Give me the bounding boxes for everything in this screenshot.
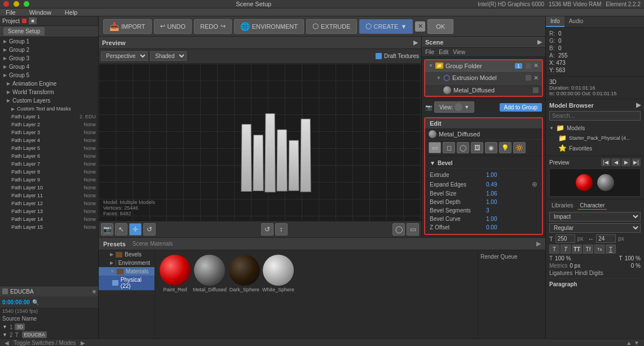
- draft-textures-toggle[interactable]: Draft Textures: [376, 53, 419, 59]
- tool-circle[interactable]: ◯: [457, 142, 469, 153]
- close-button[interactable]: ✕: [415, 21, 425, 32]
- nav-icon-left[interactable]: ◀: [5, 340, 9, 346]
- undo-button[interactable]: ↩ UNDO: [154, 19, 192, 34]
- custom-text-masks-item[interactable]: ▶ Custom Text and Masks: [0, 105, 98, 113]
- path-layer-5[interactable]: Path Layer 5 None: [0, 144, 98, 152]
- scene-setup-button[interactable]: Scene Setup: [3, 27, 45, 36]
- tool-round[interactable]: ◻: [443, 142, 455, 153]
- path-layer-12[interactable]: Path Layer 12 None: [0, 199, 98, 207]
- extrude-button[interactable]: ⬡ EXTRUDE: [306, 19, 357, 34]
- bevel-collapse-icon[interactable]: ▼: [430, 160, 435, 166]
- model-browser-search[interactable]: [549, 111, 641, 121]
- z-offset-value[interactable]: 0.00: [486, 224, 497, 230]
- camera-tool[interactable]: 📷: [101, 223, 113, 236]
- menu-help[interactable]: Help: [61, 9, 81, 16]
- select-tool[interactable]: ↖: [115, 223, 127, 236]
- group-close-btn[interactable]: ✕: [533, 62, 539, 69]
- favorites-item[interactable]: ⭐ Favorites: [549, 143, 641, 153]
- starter-pack-item[interactable]: 📁 Starter_Pack_Physical (4...: [549, 133, 641, 143]
- preset-bevels[interactable]: ▶ Bevels: [99, 250, 155, 259]
- group-1-item[interactable]: ▶ Group 1: [0, 37, 98, 46]
- tool-square[interactable]: ▭: [429, 142, 441, 153]
- prev-fwd-btn[interactable]: ▶|: [632, 158, 641, 166]
- drag-tool[interactable]: ↕: [275, 223, 288, 236]
- style-underline[interactable]: T: [606, 245, 616, 254]
- material-metal-diffused[interactable]: Metal_Diffused: [193, 255, 227, 292]
- path-layer-13[interactable]: Path Layer 13 None: [0, 207, 98, 215]
- bevel-size-value[interactable]: 1.06: [486, 190, 497, 197]
- path-layer-14[interactable]: Path Layer 14 None: [0, 215, 98, 223]
- bevel-curve-value[interactable]: 1.00: [486, 216, 497, 222]
- custom-layers-item[interactable]: ▶ Custom Layers: [0, 96, 98, 105]
- path-layer-1[interactable]: Path Layer 1 2. EDU: [0, 113, 98, 121]
- character-tab[interactable]: Character: [577, 202, 607, 210]
- tool-light[interactable]: 💡: [499, 142, 511, 153]
- menu-window[interactable]: Window: [26, 9, 55, 16]
- path-layer-15[interactable]: Path Layer 15 None: [0, 223, 98, 231]
- nav-icon-down[interactable]: ▼: [634, 340, 639, 346]
- environment-button[interactable]: 🌐 ENVIRONMENT: [234, 19, 304, 34]
- path-layer-7[interactable]: Path Layer 7 None: [0, 160, 98, 168]
- style-sup[interactable]: Ta: [594, 245, 605, 254]
- shading-select[interactable]: Shaded: [150, 51, 187, 61]
- extrusion-close-btn[interactable]: ✕: [533, 74, 539, 82]
- expand-edges-value[interactable]: 0.49: [486, 181, 497, 188]
- scene-view-menu[interactable]: View: [453, 49, 465, 55]
- style-t1[interactable]: T: [549, 245, 559, 254]
- circle-tool[interactable]: ◯: [392, 223, 405, 236]
- move-tool[interactable]: ✛: [129, 223, 142, 236]
- scene-expand-icon[interactable]: ▶: [537, 38, 542, 46]
- libraries-tab[interactable]: Libraries: [549, 202, 575, 210]
- preview-expand-icon[interactable]: ▶: [413, 39, 418, 46]
- tracking-input[interactable]: [596, 234, 616, 243]
- add-to-group-button[interactable]: Add to Group: [500, 103, 542, 112]
- reset-tool[interactable]: ↺: [261, 223, 274, 236]
- style-tt[interactable]: TT: [572, 245, 582, 254]
- tool-light2[interactable]: 🔆: [513, 142, 526, 153]
- font-select[interactable]: Impact: [549, 212, 641, 221]
- scene-file-menu[interactable]: File: [425, 49, 434, 55]
- scene-edit-menu[interactable]: Edit: [439, 49, 448, 55]
- audio-tab[interactable]: Audio: [564, 16, 588, 27]
- perspective-select[interactable]: Perspective: [101, 51, 148, 61]
- metal-diffused-item[interactable]: Metal_Diffused: [425, 84, 542, 96]
- redo-button[interactable]: REDO ↪: [194, 19, 232, 34]
- preset-physical[interactable]: Physical (22): [99, 276, 155, 290]
- preset-materials[interactable]: ▼ Materials: [99, 267, 155, 276]
- path-layer-10[interactable]: Path Layer 10 None: [0, 184, 98, 192]
- material-paint-red[interactable]: Paint_Red: [160, 255, 191, 292]
- path-layer-8[interactable]: Path Layer 8 None: [0, 168, 98, 176]
- ok-button[interactable]: OK: [427, 19, 453, 34]
- square-tool[interactable]: ▭: [407, 223, 419, 236]
- tool-image[interactable]: 🖼: [471, 142, 483, 153]
- style-tf[interactable]: Tf: [583, 245, 593, 254]
- create-button[interactable]: ⬡ CREATE ▼: [359, 19, 413, 34]
- group-4-item[interactable]: ▶ Group 4: [0, 63, 98, 71]
- path-layer-6[interactable]: Path Layer 6 None: [0, 152, 98, 160]
- material-white-sphere[interactable]: White_Sphere: [262, 255, 294, 292]
- nav-icon-up[interactable]: ▲: [626, 340, 632, 346]
- extrude-value[interactable]: 1.00: [486, 172, 497, 178]
- models-folder[interactable]: ▼ 📁 Models: [549, 123, 641, 133]
- path-layer-2[interactable]: Path Layer 2 None: [0, 121, 98, 128]
- rotate-tool[interactable]: ↺: [143, 223, 156, 236]
- move-handle-icon[interactable]: ⊕: [532, 180, 537, 188]
- bevel-depth-value[interactable]: 1.00: [486, 199, 497, 205]
- presets-expand-icon[interactable]: ▶: [536, 240, 541, 247]
- scene-group-folder[interactable]: ▼ 📁 Group Folder 1 ✕ ▼ ⬡: [424, 59, 543, 97]
- timeline-menu-icon[interactable]: ≡: [92, 289, 96, 295]
- extrusion-model-item[interactable]: ▼ ⬡ Extrusion Model ✕: [425, 71, 542, 84]
- path-layer-9[interactable]: Path Layer 9 None: [0, 176, 98, 184]
- preset-environment[interactable]: ▶ Environment: [99, 259, 155, 267]
- group-3-item[interactable]: ▶ Group 3: [0, 54, 98, 63]
- world-transform-item[interactable]: ▶ World Transform: [0, 88, 98, 96]
- prev-play-btn[interactable]: ▶: [621, 158, 630, 166]
- prev-start-btn[interactable]: |◀: [601, 158, 610, 166]
- bevel-segments-value[interactable]: 3: [486, 207, 489, 214]
- path-layer-4[interactable]: Path Layer 4 None: [0, 136, 98, 144]
- style-select[interactable]: Regular: [549, 223, 641, 233]
- model-browser-expand[interactable]: ▶: [636, 101, 641, 109]
- menu-file[interactable]: File: [2, 9, 19, 16]
- info-tab[interactable]: Info: [546, 16, 564, 27]
- import-button[interactable]: 📥 IMPORT: [103, 19, 152, 34]
